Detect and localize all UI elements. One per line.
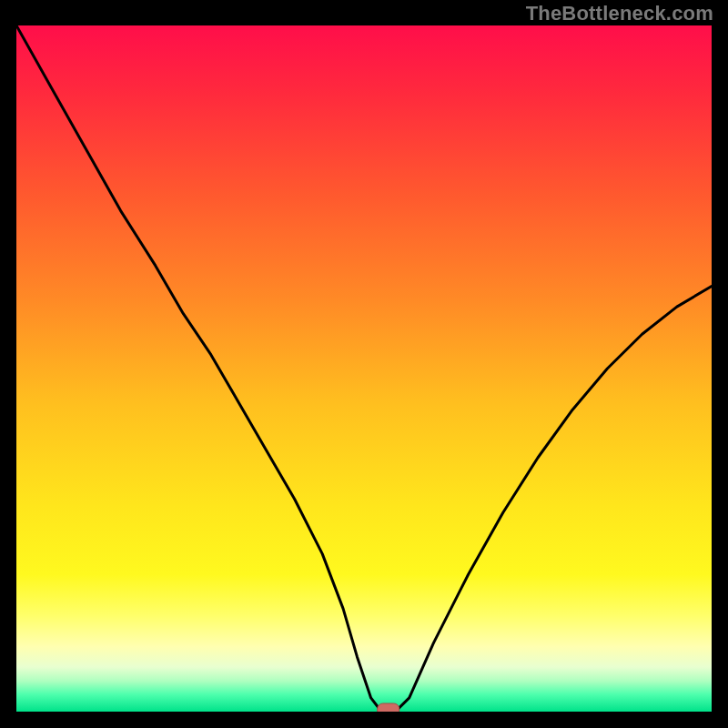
chart-svg [16, 25, 712, 712]
watermark-label: TheBottleneck.com [526, 2, 713, 25]
optimal-point-marker [378, 703, 399, 712]
bottleneck-chart [16, 25, 712, 712]
chart-frame: TheBottleneck.com [0, 0, 728, 728]
